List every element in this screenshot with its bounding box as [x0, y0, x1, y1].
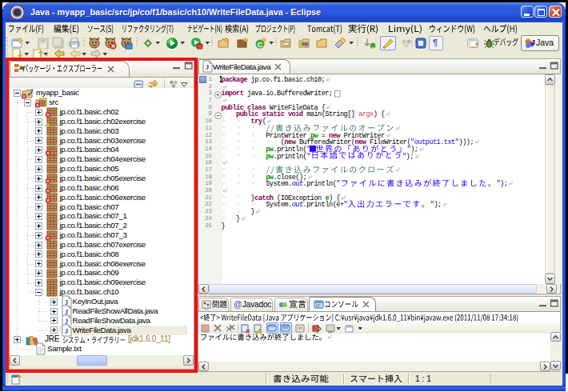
svg-text:C: C — [258, 41, 263, 49]
svg-text:J: J — [206, 63, 210, 71]
svg-text:J: J — [531, 38, 535, 46]
